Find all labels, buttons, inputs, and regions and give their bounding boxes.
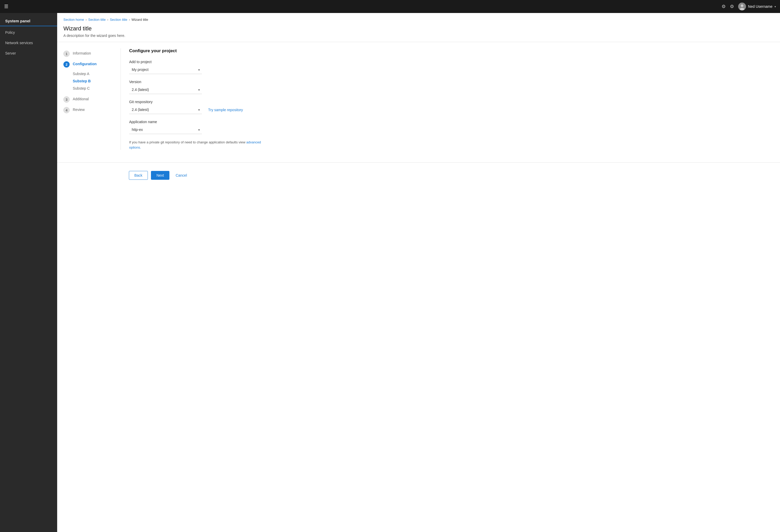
user-dropdown-icon: ▾ — [775, 5, 776, 8]
step-3-number: 3 — [63, 96, 69, 103]
form-group-version: Version 2.4 (latest) 2.3 2.2 2.1 ▾ — [129, 80, 774, 94]
breadcrumb-section-title-2[interactable]: Section title — [110, 18, 127, 21]
avatar — [738, 3, 746, 10]
step-1-number: 1 — [63, 51, 69, 57]
page-title: Wizard title — [63, 25, 774, 32]
top-nav: ☰ ⚙ ⚙ Ned Username ▾ — [0, 0, 780, 13]
sidebar-item-network-services[interactable]: Network services — [0, 38, 57, 48]
form-hint: If you have a private git repository of … — [129, 140, 264, 150]
substep-c[interactable]: Substep C — [73, 85, 120, 92]
hamburger-icon[interactable]: ☰ — [4, 4, 8, 9]
breadcrumb-section-home[interactable]: Section home — [63, 18, 84, 21]
page-header: Wizard title A description for the wizar… — [57, 24, 780, 42]
steps-nav: 1 Information 2 Configuration Substep A … — [63, 48, 120, 150]
wizard-body: 1 Information 2 Configuration Substep A … — [57, 42, 780, 156]
app-body: System panel Policy Network services Ser… — [0, 13, 780, 532]
form-group-add-to-project: Add to project My project Project A Proj… — [129, 60, 774, 74]
main-content: Section home › Section title › Section t… — [57, 13, 780, 532]
breadcrumb-sep-1: › — [86, 18, 87, 21]
breadcrumb-sep-3: › — [129, 18, 130, 21]
version-select-wrapper: 2.4 (latest) 2.3 2.2 2.1 ▾ — [129, 86, 202, 94]
add-to-project-select-wrapper: My project Project A Project B ▾ — [129, 65, 202, 74]
substep-b[interactable]: Substep B — [73, 78, 120, 85]
breadcrumb-current: Wizard title — [132, 18, 148, 21]
step-4-number: 4 — [63, 107, 69, 113]
breadcrumb: Section home › Section title › Section t… — [57, 13, 780, 24]
sidebar-item-server[interactable]: Server — [0, 48, 57, 58]
gear-icon-1[interactable]: ⚙ — [722, 4, 726, 9]
gear-icon-2[interactable]: ⚙ — [730, 4, 734, 9]
substeps: Substep A Substep B Substep C — [63, 70, 120, 92]
breadcrumb-section-title-1[interactable]: Section title — [88, 18, 106, 21]
page-description: A description for the wizard goes here. — [63, 34, 774, 38]
svg-point-1 — [741, 4, 743, 7]
step-4: 4 Review — [63, 105, 120, 115]
wizard-footer: Back Next Cancel — [57, 162, 780, 186]
form-group-git-repo: Git respository 2.4 (latest) 2.3 2.2 ▾ T… — [129, 100, 774, 114]
breadcrumb-sep-2: › — [107, 18, 108, 21]
git-repo-select-wrapper: 2.4 (latest) 2.3 2.2 ▾ — [129, 105, 202, 114]
try-sample-link[interactable]: Try sample repository — [208, 108, 243, 114]
git-row: 2.4 (latest) 2.3 2.2 ▾ Try sample reposi… — [129, 105, 774, 114]
step-3: 3 Additional — [63, 94, 120, 105]
substep-a[interactable]: Substep A — [73, 70, 120, 78]
username-label: Ned Username — [748, 4, 773, 9]
version-select[interactable]: 2.4 (latest) 2.3 2.2 2.1 — [129, 86, 202, 94]
sidebar: System panel Policy Network services Ser… — [0, 13, 57, 532]
top-nav-right: ⚙ ⚙ Ned Username ▾ — [722, 3, 776, 10]
app-name-select-wrapper: http-ex http-ex-2 http-ex-3 ▾ — [129, 126, 202, 134]
step-1: 1 Information — [63, 48, 120, 59]
add-to-project-label: Add to project — [129, 60, 774, 64]
step-2: 2 Configuration — [63, 59, 120, 69]
back-button[interactable]: Back — [129, 171, 148, 180]
step-3-label: Additional — [73, 96, 89, 101]
step-2-number: 2 — [63, 61, 69, 67]
form-content: Configure your project Add to project My… — [120, 48, 774, 150]
form-hint-text: If you have a private git repository of … — [129, 140, 245, 144]
form-title: Configure your project — [129, 48, 774, 53]
step-4-label: Review — [73, 107, 85, 112]
add-to-project-select[interactable]: My project Project A Project B — [129, 65, 202, 74]
next-button[interactable]: Next — [151, 171, 169, 180]
step-1-label: Information — [73, 50, 91, 55]
sidebar-header: System panel — [0, 15, 57, 26]
git-repo-select[interactable]: 2.4 (latest) 2.3 2.2 — [129, 105, 202, 114]
form-group-app-name: Application name http-ex http-ex-2 http-… — [129, 120, 774, 134]
version-label: Version — [129, 80, 774, 84]
sidebar-item-policy[interactable]: Policy — [0, 27, 57, 38]
top-nav-left: ☰ — [4, 4, 8, 9]
step-2-label: Configuration — [73, 61, 97, 66]
cancel-button[interactable]: Cancel — [173, 171, 190, 180]
user-area[interactable]: Ned Username ▾ — [738, 3, 776, 10]
app-name-label: Application name — [129, 120, 774, 124]
git-repo-label: Git respository — [129, 100, 774, 104]
app-name-select[interactable]: http-ex http-ex-2 http-ex-3 — [129, 126, 202, 134]
